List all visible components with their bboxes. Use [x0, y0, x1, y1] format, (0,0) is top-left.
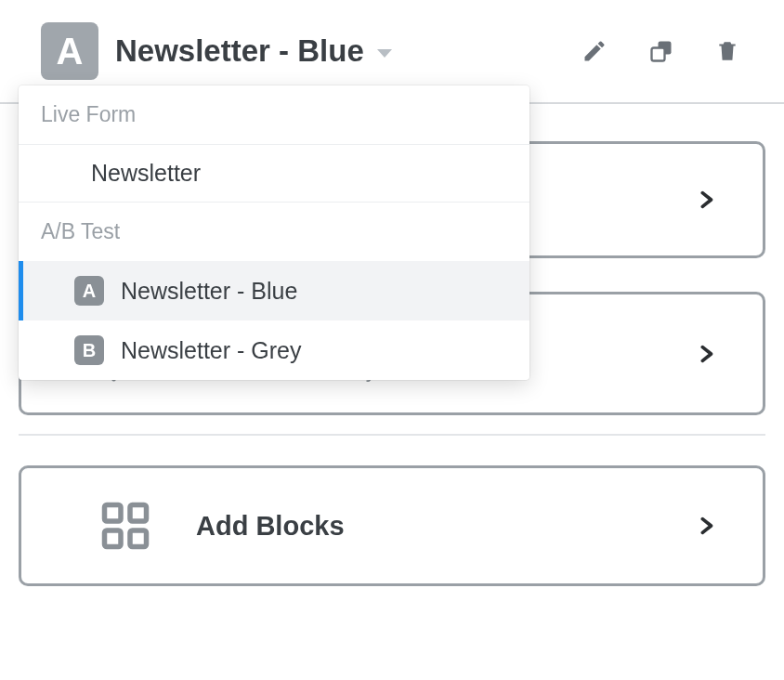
chevron-right-icon [696, 186, 716, 214]
dropdown-item-variant-b[interactable]: B Newsletter - Grey [19, 320, 529, 380]
svg-rect-8 [130, 505, 147, 522]
duplicate-button[interactable] [648, 38, 674, 64]
svg-rect-1 [652, 48, 665, 61]
page-title: Newsletter - Blue [115, 33, 364, 69]
dropdown-item-label: Newsletter [91, 160, 201, 187]
chevron-right-icon [696, 512, 716, 540]
card-body: Add Blocks [196, 511, 655, 542]
edit-button[interactable] [581, 38, 608, 64]
chevron-down-icon [377, 49, 392, 58]
svg-rect-9 [105, 530, 122, 547]
add-blocks-card[interactable]: Add Blocks [19, 465, 765, 586]
delete-button[interactable] [715, 38, 739, 64]
dropdown-item-label: Newsletter - Blue [121, 278, 297, 305]
variant-badge-sm: A [74, 276, 104, 306]
dropdown-item-variant-a[interactable]: A Newsletter - Blue [19, 261, 529, 320]
pencil-icon [581, 38, 608, 64]
dropdown-section-ab: A/B Test [19, 203, 529, 261]
header-actions [581, 38, 739, 64]
variant-badge: A [41, 22, 98, 80]
cards-section-2: Add Blocks [0, 436, 784, 605]
variant-badge-sm: B [74, 335, 104, 365]
dropdown-item-label: Newsletter - Grey [121, 337, 301, 364]
title-dropdown-trigger[interactable]: Newsletter - Blue [115, 33, 565, 69]
svg-rect-7 [105, 505, 122, 522]
svg-rect-10 [130, 530, 147, 547]
blocks-icon [96, 498, 155, 554]
card-title: Add Blocks [196, 511, 655, 542]
dropdown-section-live: Live Form [19, 85, 529, 144]
trash-icon [715, 38, 739, 64]
dropdown-item-live-form[interactable]: Newsletter [19, 145, 529, 202]
copy-icon [648, 38, 674, 64]
chevron-right-icon [696, 340, 716, 368]
variant-dropdown: Live Form Newsletter A/B Test A Newslett… [19, 85, 529, 380]
